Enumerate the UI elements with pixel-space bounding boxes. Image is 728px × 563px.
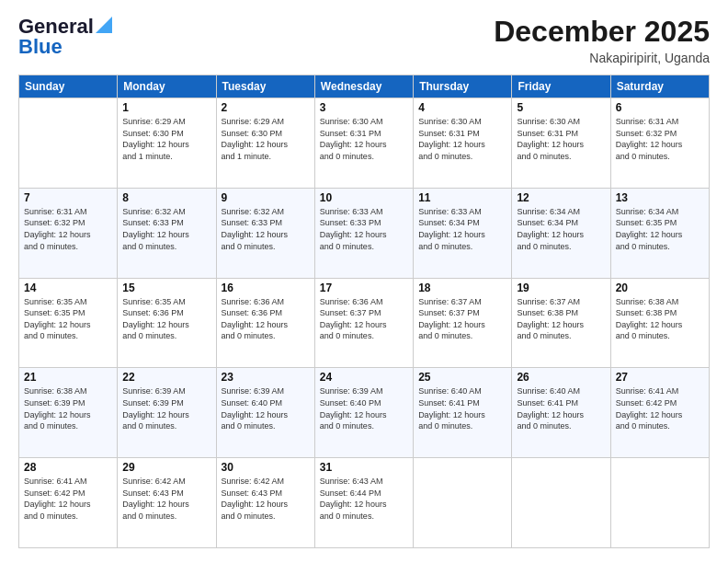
calendar-cell: 24Sunrise: 6:39 AM Sunset: 6:40 PM Dayli… [314,368,413,458]
day-info: Sunrise: 6:37 AM Sunset: 6:38 PM Dayligh… [517,296,605,342]
day-info: Sunrise: 6:35 AM Sunset: 6:36 PM Dayligh… [122,296,210,342]
day-info: Sunrise: 6:39 AM Sunset: 6:40 PM Dayligh… [320,385,408,431]
day-number: 31 [320,461,408,474]
day-number: 29 [122,461,210,474]
calendar-week-3: 14Sunrise: 6:35 AM Sunset: 6:35 PM Dayli… [19,278,710,368]
day-info: Sunrise: 6:37 AM Sunset: 6:37 PM Dayligh… [418,296,506,342]
calendar-cell: 1Sunrise: 6:29 AM Sunset: 6:30 PM Daylig… [118,98,216,189]
calendar-cell [19,98,118,189]
calendar-cell: 25Sunrise: 6:40 AM Sunset: 6:41 PM Dayli… [414,368,512,458]
day-number: 19 [517,282,605,294]
calendar-header-row: Sunday Monday Tuesday Wednesday Thursday… [19,75,710,98]
calendar-cell: 6Sunrise: 6:31 AM Sunset: 6:32 PM Daylig… [610,98,709,189]
calendar-cell [610,458,709,548]
day-info: Sunrise: 6:32 AM Sunset: 6:33 PM Dayligh… [122,206,210,252]
day-number: 3 [320,101,408,114]
day-info: Sunrise: 6:41 AM Sunset: 6:42 PM Dayligh… [24,476,112,522]
day-info: Sunrise: 6:30 AM Sunset: 6:31 PM Dayligh… [320,116,408,162]
logo-icon [96,17,112,33]
calendar-cell: 16Sunrise: 6:36 AM Sunset: 6:36 PM Dayli… [216,278,314,368]
day-number: 15 [122,282,210,294]
day-info: Sunrise: 6:42 AM Sunset: 6:43 PM Dayligh… [122,476,210,522]
day-number: 22 [122,371,210,384]
day-info: Sunrise: 6:30 AM Sunset: 6:31 PM Dayligh… [418,116,506,162]
calendar-cell [414,458,512,548]
calendar-cell: 12Sunrise: 6:34 AM Sunset: 6:34 PM Dayli… [512,188,610,278]
day-number: 13 [616,191,704,204]
calendar-cell: 13Sunrise: 6:34 AM Sunset: 6:35 PM Dayli… [610,188,709,278]
calendar-cell: 26Sunrise: 6:40 AM Sunset: 6:41 PM Dayli… [512,368,610,458]
calendar-cell: 31Sunrise: 6:43 AM Sunset: 6:44 PM Dayli… [314,458,413,548]
col-monday: Monday [118,75,216,98]
calendar-cell [512,458,610,548]
calendar-week-4: 21Sunrise: 6:38 AM Sunset: 6:39 PM Dayli… [19,368,710,458]
day-info: Sunrise: 6:36 AM Sunset: 6:36 PM Dayligh… [222,296,310,342]
page: General Blue December 2025 Nakapiripirit… [0,0,728,563]
calendar-cell: 4Sunrise: 6:30 AM Sunset: 6:31 PM Daylig… [414,98,512,189]
location: Nakapiripirit, Uganda [494,51,710,65]
day-number: 5 [517,101,605,114]
calendar-cell: 19Sunrise: 6:37 AM Sunset: 6:38 PM Dayli… [512,278,610,368]
col-wednesday: Wednesday [314,75,413,98]
calendar-cell: 23Sunrise: 6:39 AM Sunset: 6:40 PM Dayli… [216,368,314,458]
day-info: Sunrise: 6:30 AM Sunset: 6:31 PM Dayligh… [517,116,605,162]
day-number: 18 [418,282,506,294]
month-title: December 2025 [494,15,710,49]
day-number: 21 [24,371,112,384]
day-number: 9 [222,191,310,204]
day-info: Sunrise: 6:32 AM Sunset: 6:33 PM Dayligh… [222,206,310,252]
day-number: 2 [222,101,310,114]
calendar-cell: 11Sunrise: 6:33 AM Sunset: 6:34 PM Dayli… [414,188,512,278]
calendar-table: Sunday Monday Tuesday Wednesday Thursday… [18,75,710,548]
calendar-week-5: 28Sunrise: 6:41 AM Sunset: 6:42 PM Dayli… [19,458,710,548]
calendar-cell: 29Sunrise: 6:42 AM Sunset: 6:43 PM Dayli… [118,458,216,548]
calendar-cell: 8Sunrise: 6:32 AM Sunset: 6:33 PM Daylig… [118,188,216,278]
day-info: Sunrise: 6:40 AM Sunset: 6:41 PM Dayligh… [418,385,506,431]
day-number: 28 [24,461,112,474]
day-info: Sunrise: 6:42 AM Sunset: 6:43 PM Dayligh… [222,476,310,522]
calendar-cell: 14Sunrise: 6:35 AM Sunset: 6:35 PM Dayli… [19,278,118,368]
day-info: Sunrise: 6:38 AM Sunset: 6:39 PM Dayligh… [24,385,112,431]
col-tuesday: Tuesday [216,75,314,98]
day-number: 24 [320,371,408,384]
day-info: Sunrise: 6:36 AM Sunset: 6:37 PM Dayligh… [320,296,408,342]
day-info: Sunrise: 6:39 AM Sunset: 6:40 PM Dayligh… [222,385,310,431]
day-number: 30 [222,461,310,474]
calendar-cell: 2Sunrise: 6:29 AM Sunset: 6:30 PM Daylig… [216,98,314,189]
logo: General Blue [18,15,112,59]
day-number: 7 [24,191,112,204]
calendar-cell: 3Sunrise: 6:30 AM Sunset: 6:31 PM Daylig… [314,98,413,189]
col-saturday: Saturday [610,75,709,98]
calendar-cell: 9Sunrise: 6:32 AM Sunset: 6:33 PM Daylig… [216,188,314,278]
day-number: 17 [320,282,408,294]
calendar-cell: 10Sunrise: 6:33 AM Sunset: 6:33 PM Dayli… [314,188,413,278]
day-number: 12 [517,191,605,204]
day-info: Sunrise: 6:33 AM Sunset: 6:33 PM Dayligh… [320,206,408,252]
calendar-week-1: 1Sunrise: 6:29 AM Sunset: 6:30 PM Daylig… [19,98,710,189]
svg-marker-0 [96,17,112,33]
calendar-cell: 22Sunrise: 6:39 AM Sunset: 6:39 PM Dayli… [118,368,216,458]
day-number: 27 [616,371,704,384]
day-info: Sunrise: 6:29 AM Sunset: 6:30 PM Dayligh… [222,116,310,162]
day-number: 8 [122,191,210,204]
day-info: Sunrise: 6:33 AM Sunset: 6:34 PM Dayligh… [418,206,506,252]
day-info: Sunrise: 6:31 AM Sunset: 6:32 PM Dayligh… [24,206,112,252]
calendar-cell: 28Sunrise: 6:41 AM Sunset: 6:42 PM Dayli… [19,458,118,548]
day-info: Sunrise: 6:35 AM Sunset: 6:35 PM Dayligh… [24,296,112,342]
calendar-cell: 30Sunrise: 6:42 AM Sunset: 6:43 PM Dayli… [216,458,314,548]
day-number: 4 [418,101,506,114]
day-info: Sunrise: 6:29 AM Sunset: 6:30 PM Dayligh… [122,116,210,162]
day-info: Sunrise: 6:31 AM Sunset: 6:32 PM Dayligh… [616,116,704,162]
day-info: Sunrise: 6:43 AM Sunset: 6:44 PM Dayligh… [320,476,408,522]
day-number: 14 [24,282,112,294]
calendar-cell: 21Sunrise: 6:38 AM Sunset: 6:39 PM Dayli… [19,368,118,458]
day-number: 26 [517,371,605,384]
day-number: 6 [616,101,704,114]
col-sunday: Sunday [19,75,118,98]
day-number: 25 [418,371,506,384]
calendar-cell: 27Sunrise: 6:41 AM Sunset: 6:42 PM Dayli… [610,368,709,458]
calendar-cell: 5Sunrise: 6:30 AM Sunset: 6:31 PM Daylig… [512,98,610,189]
calendar-cell: 7Sunrise: 6:31 AM Sunset: 6:32 PM Daylig… [19,188,118,278]
calendar-cell: 20Sunrise: 6:38 AM Sunset: 6:38 PM Dayli… [610,278,709,368]
day-info: Sunrise: 6:41 AM Sunset: 6:42 PM Dayligh… [616,385,704,431]
